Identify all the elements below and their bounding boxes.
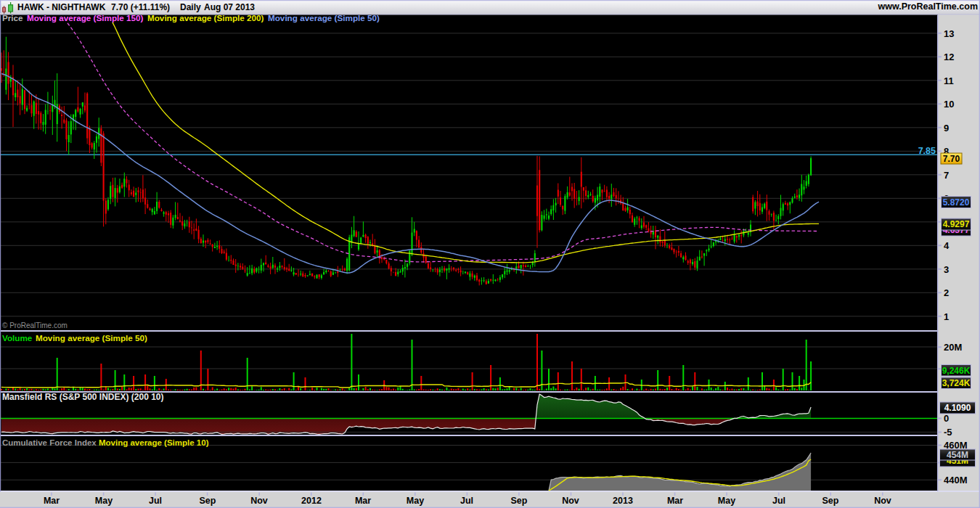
svg-text:May: May [407,496,424,506]
svg-text:7.70: 7.70 [943,154,960,164]
svg-text:12: 12 [944,52,954,62]
svg-text:3,724K: 3,724K [942,378,971,388]
svg-text:4: 4 [944,240,950,251]
svg-text:Moving average (Simple 150): Moving average (Simple 150) [27,13,144,22]
svg-text:Jul: Jul [460,496,473,506]
svg-text:Price: Price [2,13,23,22]
svg-text:© ProRealTime.com: © ProRealTime.com [2,321,68,329]
svg-text:Mar: Mar [667,496,683,506]
svg-text:1: 1 [944,311,949,322]
svg-text:20M: 20M [944,342,962,353]
svg-text:10: 10 [944,99,954,110]
svg-text:Nov: Nov [250,496,268,506]
svg-text:7: 7 [944,170,949,181]
svg-text:3: 3 [944,264,949,275]
svg-text:Moving average (Simple 10): Moving average (Simple 10) [99,438,209,447]
svg-text:Moving average (Simple 50): Moving average (Simple 50) [268,13,380,22]
svg-text:13: 13 [944,28,954,39]
svg-text:2013: 2013 [613,496,633,506]
svg-text:HAWK - NIGHTHAWK: HAWK - NIGHTHAWK [17,2,106,12]
svg-text:Jul: Jul [149,496,162,506]
svg-text:Daily: Daily [180,2,201,12]
svg-text:5.8720: 5.8720 [943,197,970,208]
svg-text:Cumulative Force Index: Cumulative Force Index [2,438,97,447]
svg-text:Volume: Volume [2,333,33,343]
svg-text:www.ProRealTime.com: www.ProRealTime.com [877,1,978,12]
svg-text:11: 11 [944,75,954,86]
svg-text:4.1090: 4.1090 [944,403,971,413]
svg-text:Moving average (Simple 200): Moving average (Simple 200) [147,13,264,22]
svg-text:Mar: Mar [355,496,371,506]
svg-text:May: May [95,496,113,506]
svg-text:Jul: Jul [772,496,785,506]
svg-text:2012: 2012 [301,496,322,506]
svg-text:7.70 (+11.11%): 7.70 (+11.11%) [111,2,170,12]
svg-text:Mansfield RS (S&P 500 INDEX) (: Mansfield RS (S&P 500 INDEX) (200 10) [2,392,164,402]
svg-text:454M: 454M [947,450,968,460]
svg-text:-5: -5 [944,427,952,438]
svg-text:9,246K: 9,246K [942,366,971,376]
svg-text:Mar: Mar [44,496,60,506]
svg-text:May: May [718,496,735,506]
svg-text:4.9297: 4.9297 [943,219,970,229]
svg-text:Sep: Sep [511,496,528,506]
svg-text:Nov: Nov [562,496,579,506]
svg-text:Sep: Sep [822,496,839,506]
svg-text:2: 2 [944,287,949,298]
svg-text:Moving average (Simple 50): Moving average (Simple 50) [36,333,147,343]
svg-text:Nov: Nov [874,496,891,506]
svg-text:Aug 07 2013: Aug 07 2013 [204,2,255,12]
svg-text:9: 9 [944,123,949,134]
svg-text:440M: 440M [944,475,968,486]
svg-text:Sep: Sep [200,496,216,506]
svg-text:0: 0 [944,413,949,424]
svg-text:7.85: 7.85 [918,146,936,156]
